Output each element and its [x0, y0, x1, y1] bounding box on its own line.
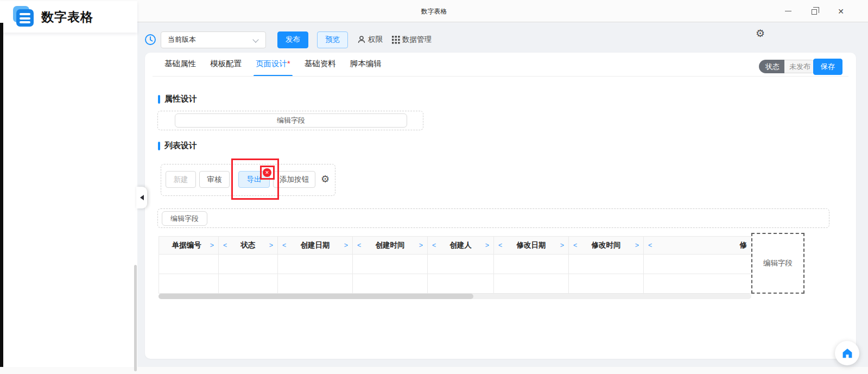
tabs-divider: [153, 76, 848, 77]
sidebar: [0, 23, 137, 367]
main-panel: 基础属性 模板配置 页面设计* 基础资料 脚本编辑 状态 未发布 保存 属性设计…: [145, 53, 856, 359]
attr-design-heading: 属性设计: [158, 94, 197, 104]
column-header-status: <状态>: [219, 237, 278, 255]
chevron-down-icon: [252, 36, 258, 42]
unsaved-asterisk: *: [287, 59, 290, 68]
audit-button[interactable]: 审核: [199, 171, 230, 188]
left-edge-strip: [0, 23, 3, 367]
settings-gear-icon[interactable]: ⚙: [756, 28, 765, 39]
move-right-icon[interactable]: >: [210, 242, 214, 249]
version-select-value: 当前版本: [168, 35, 196, 45]
table-hscrollbar-thumb[interactable]: [159, 294, 473, 299]
move-right-icon[interactable]: >: [560, 242, 564, 249]
home-icon: [841, 347, 853, 359]
move-right-icon[interactable]: >: [485, 242, 489, 249]
tab-page-design[interactable]: 页面设计*: [256, 59, 290, 77]
tab-basic-attributes[interactable]: 基础属性: [164, 59, 196, 77]
move-left-icon[interactable]: <: [357, 242, 361, 249]
list-design-table: 单据编号> <状态> <创建日期> <创建时间> <创建人> <修改日期> <修…: [159, 236, 751, 294]
list-settings-gear-icon[interactable]: ⚙: [321, 174, 330, 184]
minimize-icon: [785, 11, 791, 12]
move-left-icon[interactable]: <: [432, 242, 436, 249]
attr-edit-fields-button[interactable]: 编辑字段: [175, 113, 407, 128]
status-label: 状态: [759, 60, 784, 73]
version-select[interactable]: 当前版本: [161, 31, 266, 48]
column-header-modifier-clipped: <修: [644, 237, 752, 255]
app-window: 2.4.01 数字表格 ✕ 数字表格 电梯行业单据 电缆行业 绩效管理 订单管理…: [0, 0, 868, 374]
grid-icon: [392, 36, 400, 44]
save-button[interactable]: 保存: [813, 59, 842, 75]
data-management-label: 数据管理: [402, 35, 432, 45]
delete-badge-icon[interactable]: ✕: [263, 168, 271, 177]
move-left-icon[interactable]: <: [223, 242, 227, 249]
column-header-modify-time: <修改时间>: [569, 237, 644, 255]
new-button[interactable]: 新建: [166, 171, 196, 188]
permission-button[interactable]: 权限: [357, 35, 383, 45]
table-hscrollbar-track[interactable]: [159, 294, 751, 299]
table-fields-editor-box[interactable]: 编辑字段: [751, 233, 804, 294]
app-logo: 数字表格: [0, 1, 137, 33]
restore-button[interactable]: [802, 0, 827, 22]
person-icon: [357, 35, 366, 44]
app-logo-icon: [14, 7, 34, 27]
status-badge: 状态 未发布: [759, 60, 818, 73]
top-toolbar: 当前版本 发布 预览 权限 数据管理: [144, 31, 432, 48]
move-right-icon[interactable]: >: [344, 242, 348, 249]
section-bar: [158, 95, 160, 104]
table-toolbar-container: [157, 208, 829, 228]
permission-label: 权限: [368, 35, 383, 45]
close-icon: ✕: [838, 8, 844, 15]
tab-template-config[interactable]: 模板配置: [210, 59, 242, 77]
move-right-icon[interactable]: >: [635, 242, 639, 249]
history-clock-icon[interactable]: [144, 34, 156, 46]
move-right-icon[interactable]: >: [269, 242, 273, 249]
app-logo-text: 数字表格: [41, 9, 93, 26]
tab-bar: 基础属性 模板配置 页面设计* 基础资料 脚本编辑: [164, 59, 396, 77]
preview-button[interactable]: 预览: [317, 31, 348, 48]
list-design-heading: 列表设计: [158, 141, 197, 151]
table-empty-row: [159, 274, 751, 294]
table-header-row: 单据编号> <状态> <创建日期> <创建时间> <创建人> <修改日期> <修…: [159, 237, 751, 255]
move-left-icon[interactable]: <: [282, 242, 286, 249]
tab-script-editor[interactable]: 脚本编辑: [350, 59, 382, 77]
window-bottom-strip: [0, 367, 868, 374]
column-header-creator: <创建人>: [428, 237, 494, 255]
column-header-create-date: <创建日期>: [278, 237, 353, 255]
table-empty-row: [159, 255, 751, 274]
add-button-button[interactable]: 添加按钮: [273, 171, 315, 188]
sidebar-scrollbar[interactable]: [134, 265, 137, 371]
move-left-icon[interactable]: <: [573, 242, 577, 249]
close-button[interactable]: ✕: [828, 0, 853, 22]
column-header-modify-date: <修改日期>: [494, 237, 569, 255]
move-left-icon[interactable]: <: [648, 242, 652, 249]
column-header-doc-number: 单据编号>: [159, 237, 219, 255]
column-header-create-time: <创建时间>: [353, 237, 428, 255]
restore-icon: [812, 9, 817, 15]
section-bar: [158, 142, 160, 150]
tab-basic-data[interactable]: 基础资料: [305, 59, 336, 77]
collapse-left-icon: [140, 195, 144, 200]
home-fab-button[interactable]: [835, 341, 859, 365]
publish-button[interactable]: 发布: [277, 31, 308, 48]
minimize-button[interactable]: [776, 0, 801, 22]
status-value: 未发布: [784, 60, 818, 73]
move-right-icon[interactable]: >: [419, 242, 423, 249]
data-management-button[interactable]: 数据管理: [392, 35, 432, 45]
sidebar-collapse-handle[interactable]: [136, 187, 147, 208]
move-left-icon[interactable]: <: [498, 242, 502, 249]
table-edit-fields-button[interactable]: 编辑字段: [162, 211, 207, 226]
